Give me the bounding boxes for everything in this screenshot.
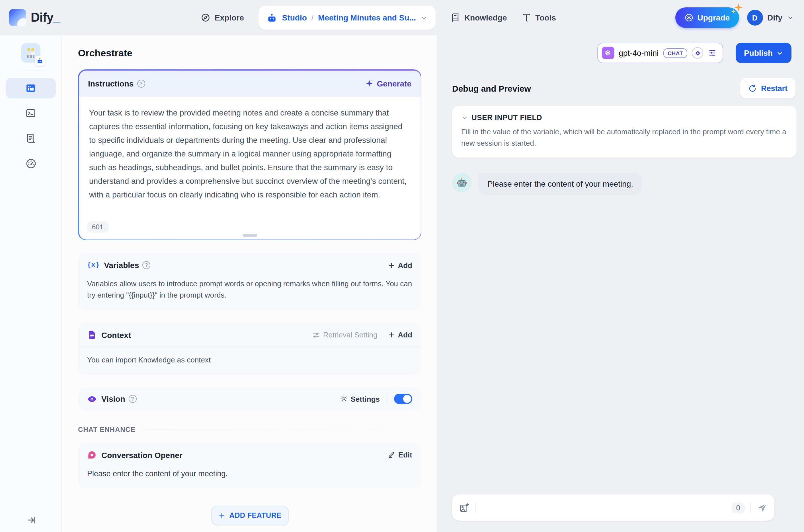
conversation-opener-header: Conversation Opener Edit (78, 443, 421, 466)
divider-line (142, 430, 421, 430)
input-char-count: 0 (732, 502, 745, 513)
nav-explore-label: Explore (215, 13, 244, 22)
nav-knowledge[interactable]: Knowledge (451, 13, 507, 22)
account-menu[interactable]: D Dify (747, 10, 794, 25)
app-root: Dify_ Explore Studio / Meeting Minutes a… (0, 0, 804, 532)
user-input-field-card: USER INPUT FIELD Fill in the value of th… (452, 106, 797, 158)
instructions-title: Instructions (88, 79, 133, 88)
sidebar-item-orchestrate[interactable] (6, 78, 56, 98)
breadcrumb-studio[interactable]: Studio (282, 13, 307, 22)
explore-icon (200, 13, 211, 23)
context-description: You can import Knowledge as context (78, 347, 421, 375)
gauge-icon (25, 157, 37, 169)
vertical-divider (475, 502, 476, 513)
plus-icon (387, 331, 395, 339)
app-icon[interactable] (21, 43, 40, 62)
send-icon[interactable] (757, 502, 768, 513)
add-feature-button[interactable]: ADD FEATURE (211, 506, 288, 526)
chevron-down-icon (461, 114, 468, 121)
account-name: Dify (767, 13, 782, 22)
add-context-button[interactable]: Add (387, 331, 412, 339)
bot-message-bubble: Please enter the content of your meeting… (478, 173, 642, 195)
context-header: Context Retrieval Setting Add (78, 323, 421, 346)
user-input-field-title: USER INPUT FIELD (472, 113, 542, 122)
sparkles-icon (730, 2, 743, 16)
opener-message: Please enter the content of your meeting… (78, 466, 421, 489)
chat-message-input[interactable] (482, 503, 726, 512)
help-icon[interactable] (142, 261, 150, 269)
add-feature-label: ADD FEATURE (230, 512, 281, 520)
restart-button[interactable]: Restart (741, 78, 796, 98)
dify-logo[interactable]: Dify_ (9, 9, 60, 26)
variables-section: {x} Variables Add Variables allow users … (78, 253, 421, 310)
page-title: Orchestrate (78, 48, 421, 59)
app-window-icon (25, 82, 36, 94)
edit-opener-button[interactable]: Edit (388, 451, 412, 459)
openai-icon (602, 47, 614, 59)
chevron-down-icon (776, 49, 784, 57)
debug-title: Debug and Preview (452, 83, 531, 93)
pencil-icon (388, 452, 396, 459)
arrow-to-bar-icon (26, 515, 36, 525)
sidebar-divider (18, 71, 43, 71)
eye-icon (87, 394, 97, 404)
nav-right: Upgrade D Dify (675, 7, 794, 28)
add-variable-button[interactable]: Add (387, 261, 412, 269)
chat-input-bar: 0 (452, 494, 774, 520)
vision-toggle[interactable] (394, 394, 412, 404)
chat-area: Please enter the content of your meeting… (452, 158, 791, 494)
breadcrumb[interactable]: Studio / Meeting Minutes and Su... (259, 6, 436, 30)
nav-tools[interactable]: Tools (522, 13, 556, 22)
logo-underscore: _ (53, 10, 60, 24)
gear-icon (340, 395, 348, 403)
vision-header: Vision Settings (78, 388, 421, 411)
upgrade-button[interactable]: Upgrade (675, 7, 739, 28)
diamond-badge-icon (692, 47, 704, 59)
nav-tools-label: Tools (535, 13, 556, 22)
app-type-robot-badge (35, 56, 45, 66)
debug-header: Debug and Preview Restart (452, 78, 791, 98)
vision-settings-label: Settings (350, 395, 380, 403)
publish-button[interactable]: Publish (736, 43, 791, 63)
instructions-header: Instructions Generate (79, 70, 421, 96)
breadcrumb-app-name[interactable]: Meeting Minutes and Su... (318, 13, 416, 22)
variables-description: Variables allow users to introduce promp… (78, 276, 421, 310)
conversation-opener-section: Conversation Opener Edit Please enter th… (78, 443, 421, 489)
edit-opener-label: Edit (398, 451, 412, 459)
sidebar-item-monitoring[interactable] (6, 153, 56, 173)
plus-icon (387, 262, 395, 269)
terminal-icon (25, 108, 36, 119)
robot-emoji-icon (456, 177, 468, 189)
bot-message-row: Please enter the content of your meeting… (452, 173, 791, 195)
instructions-textarea[interactable]: Your task is to review the provided meet… (79, 96, 421, 202)
retrieval-setting-button[interactable]: Retrieval Setting (312, 331, 378, 339)
user-input-field-description: Fill in the value of the variable, which… (461, 126, 787, 149)
help-icon[interactable] (137, 79, 145, 87)
user-input-field-header[interactable]: USER INPUT FIELD (461, 113, 787, 122)
model-name: gpt-4o-mini (619, 49, 659, 57)
conversation-opener-title: Conversation Opener (102, 451, 182, 460)
sidebar-item-api[interactable] (6, 103, 56, 124)
generate-button[interactable]: Generate (365, 79, 412, 88)
variables-icon: {x} (87, 261, 99, 269)
help-icon[interactable] (129, 395, 136, 403)
upgrade-star-icon (684, 13, 694, 22)
instructions-panel: Instructions Generate Your task is to re… (78, 70, 421, 240)
chat-heart-icon (87, 450, 97, 460)
sparkle-icon (365, 79, 373, 88)
sidebar-item-logs[interactable] (6, 128, 56, 149)
chat-mode-badge: CHAT (663, 48, 688, 58)
resize-handle[interactable] (242, 233, 257, 236)
chevron-down-icon[interactable] (421, 14, 428, 21)
add-image-icon[interactable] (459, 502, 470, 513)
sidebar-collapse-button[interactable] (0, 515, 62, 525)
avatar[interactable]: D (747, 10, 763, 25)
vision-settings-button[interactable]: Settings (340, 395, 380, 403)
model-selector[interactable]: gpt-4o-mini CHAT (597, 43, 724, 63)
document-icon (87, 330, 97, 340)
char-count-badge: 601 (87, 221, 108, 232)
nav-explore[interactable]: Explore (200, 13, 244, 23)
model-params-icon[interactable] (708, 49, 717, 57)
log-document-icon (25, 133, 36, 144)
logo-text: Dify (31, 10, 53, 24)
